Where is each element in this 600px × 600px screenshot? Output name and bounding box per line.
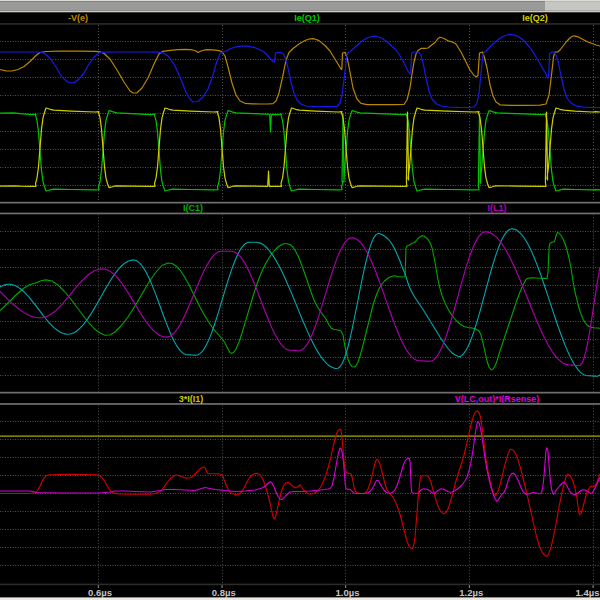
svg-text:-V(e): -V(e) [68, 13, 88, 23]
svg-text:I(C1): I(C1) [183, 203, 203, 213]
svg-text:I(L1): I(L1) [488, 203, 507, 213]
svg-text:Ie(Q2): Ie(Q2) [522, 13, 548, 23]
svg-text:1.0µs: 1.0µs [336, 587, 360, 598]
svg-text:1.2µs: 1.2µs [459, 587, 483, 598]
svg-text:Ie(Q1): Ie(Q1) [294, 13, 320, 23]
svg-text:0.8µs: 0.8µs [212, 587, 236, 598]
svg-text:0.6µs: 0.6µs [88, 587, 112, 598]
svg-text:1.4µs: 1.4µs [576, 587, 600, 598]
svg-text:V(LC,out)*I(Rsense): V(LC,out)*I(Rsense) [455, 394, 540, 404]
svg-text:3*I(I1): 3*I(I1) [179, 394, 204, 404]
